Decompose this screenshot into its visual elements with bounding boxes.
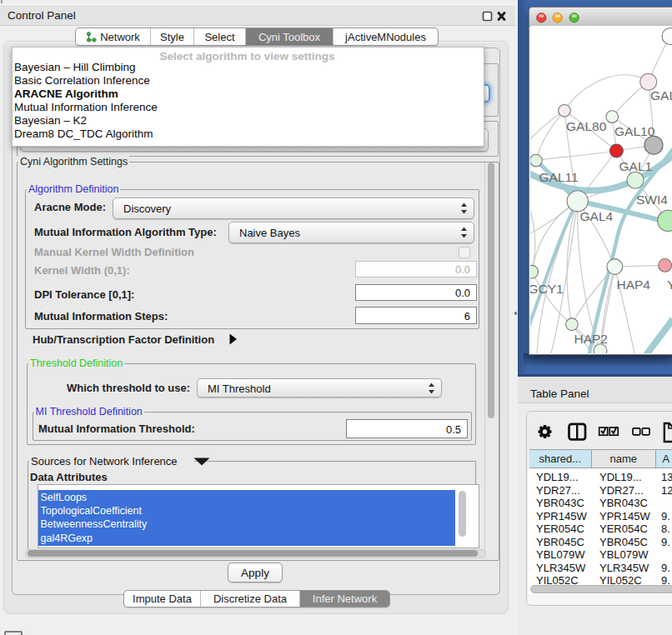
svg-text:Y: Y	[667, 278, 672, 292]
svg-text:GAL11: GAL11	[539, 170, 579, 184]
svg-text:GCY1: GCY1	[530, 282, 564, 296]
svg-text:SWI4: SWI4	[636, 192, 668, 207]
svg-text:GAL80: GAL80	[566, 119, 607, 133]
svg-text:HAP2: HAP2	[574, 332, 609, 346]
svg-text:GAL10: GAL10	[614, 124, 655, 138]
svg-text:GAL4: GAL4	[580, 209, 614, 223]
svg-text:HAP4: HAP4	[617, 278, 651, 292]
svg-text:GAL1: GAL1	[619, 159, 653, 173]
svg-text:GAL7: GAL7	[650, 88, 672, 102]
